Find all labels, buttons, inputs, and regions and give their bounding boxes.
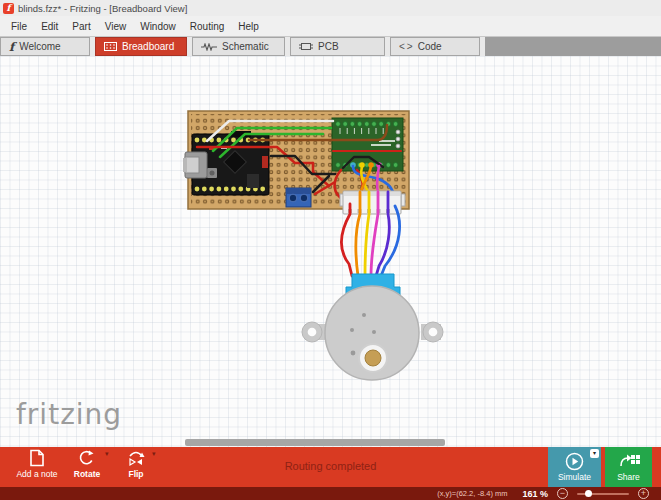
driver-board[interactable] <box>332 118 403 171</box>
zoom-level: 161 % <box>522 489 548 499</box>
cursor-coordinates: (x,y)=(62.2, -8.4) mm <box>437 489 507 498</box>
terminal-block[interactable] <box>286 188 311 207</box>
tab-welcome-label: Welcome <box>19 41 61 52</box>
fritzing-logo-icon: f <box>3 3 14 14</box>
menu-help[interactable]: Help <box>231 18 266 35</box>
status-bar: (x,y)=(62.2, -8.4) mm 161 % − + <box>0 487 661 500</box>
share-label: Share <box>617 472 640 482</box>
flip-dropdown-icon[interactable]: ▾ <box>152 450 156 458</box>
title-bar: f blinds.fzz* - Fritzing - [Breadboard V… <box>0 0 661 16</box>
stepper-motor[interactable] <box>302 274 443 380</box>
menu-window[interactable]: Window <box>133 18 183 35</box>
tab-breadboard-label: Breadboard <box>122 41 174 52</box>
code-icon: < > <box>399 41 413 52</box>
tab-pcb[interactable]: PCB <box>290 37 385 56</box>
play-circle-icon <box>565 452 584 471</box>
tab-pcb-label: PCB <box>318 41 339 52</box>
breadboard-icon <box>104 42 117 51</box>
simulate-label: Simulate <box>558 472 591 482</box>
share-icon <box>618 453 640 471</box>
tab-schematic-label: Schematic <box>222 41 269 52</box>
tab-bar-filler <box>485 37 661 56</box>
usb-connector <box>183 152 207 178</box>
tab-code-label: Code <box>418 41 442 52</box>
menu-routing[interactable]: Routing <box>183 18 231 35</box>
horizontal-scrollbar[interactable] <box>185 439 445 446</box>
simulate-dropdown-icon[interactable]: ▾ <box>590 449 599 458</box>
zoom-slider-knob[interactable] <box>585 490 592 497</box>
window-title: blinds.fzz* - Fritzing - [Breadboard Vie… <box>18 3 187 14</box>
motor-shaft <box>365 350 381 366</box>
zoom-out-icon[interactable]: − <box>557 488 568 499</box>
bottom-toolbar: Add a note Rotate ▾ Flip ▾ Routing compl… <box>0 447 661 487</box>
breadboard-view-canvas[interactable]: fritzing <box>0 56 661 447</box>
tab-code[interactable]: < > Code <box>390 37 480 56</box>
simulate-button[interactable]: Simulate ▾ <box>548 447 601 487</box>
schematic-icon <box>201 43 217 51</box>
menu-part[interactable]: Part <box>65 18 97 35</box>
tab-breadboard[interactable]: Breadboard <box>95 37 187 56</box>
fritzing-watermark: fritzing <box>16 398 122 431</box>
pcb-icon <box>299 42 313 51</box>
menu-edit[interactable]: Edit <box>34 18 65 35</box>
rotate-dropdown-icon[interactable]: ▾ <box>105 450 109 458</box>
tab-welcome[interactable]: f Welcome <box>0 37 90 56</box>
menu-view[interactable]: View <box>98 18 134 35</box>
zoom-slider[interactable] <box>577 493 629 495</box>
circuit-scene <box>183 104 463 404</box>
share-button[interactable]: Share <box>605 447 652 487</box>
fritzing-f-icon: f <box>9 40 14 54</box>
tab-schematic[interactable]: Schematic <box>192 37 285 56</box>
menu-file[interactable]: File <box>4 18 34 35</box>
view-tab-bar: f Welcome Breadboard Schematic PCB < > C… <box>0 36 661 56</box>
menu-bar: File Edit Part View Window Routing Help <box>0 16 661 36</box>
zoom-in-icon[interactable]: + <box>638 488 649 499</box>
